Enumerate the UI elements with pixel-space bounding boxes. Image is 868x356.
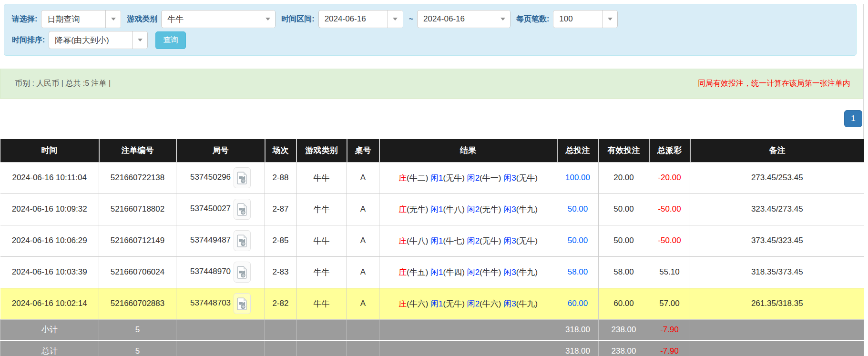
video-replay-button[interactable]	[234, 293, 251, 314]
total-bet-link[interactable]: 100.00	[565, 173, 590, 182]
result-player-label: 闲1	[430, 205, 443, 214]
video-replay-button[interactable]	[234, 262, 251, 283]
bet-records-table: 时间注单编号局号场次游戏类别桌号结果总投注有效投注总派彩备注 2024-06-1…	[0, 139, 864, 356]
time-sort-select[interactable]: 降幂(由大到小)	[49, 31, 148, 49]
page-size-label: 每页笔数:	[516, 14, 549, 24]
result-hand-value: (无牛)	[443, 299, 465, 308]
result-player-label: 闲3	[503, 205, 516, 214]
chevron-down-icon[interactable]	[260, 10, 275, 28]
result-hand-value: (无牛)	[480, 205, 501, 214]
result-cell: 庄(牛六) 闲1(无牛) 闲2(牛六) 闲3(牛九)	[379, 288, 557, 319]
date-to-select[interactable]: 2024-06-16	[417, 10, 511, 28]
table-id-cell: A	[347, 162, 379, 193]
pagination: 1	[0, 110, 862, 127]
table-id-cell: A	[347, 225, 379, 256]
total-bet-link[interactable]: 58.00	[568, 267, 588, 276]
payout-cell: -50.00	[649, 225, 690, 256]
date-from-select[interactable]: 2024-06-16	[318, 10, 403, 28]
valid-bet-cell: 20.00	[599, 162, 649, 193]
col-header-10: 备注	[690, 139, 864, 162]
round-id-cell: 537448703	[176, 288, 265, 319]
total-bet-link[interactable]: 50.00	[568, 236, 588, 245]
remark-cell: 318.35/373.45	[690, 256, 864, 288]
result-player-label: 闲2	[467, 268, 480, 277]
subtotal-row: 小计5318.00238.00-7.90	[0, 319, 864, 340]
col-header-6: 结果	[379, 139, 557, 162]
video-replay-button[interactable]	[234, 199, 251, 220]
search-button[interactable]: 查询	[155, 31, 186, 49]
result-player-label: 闲2	[467, 236, 480, 245]
session-cell: 2-83	[265, 256, 296, 288]
game-category-cell: 牛牛	[296, 288, 347, 319]
footer-empty-cell	[265, 340, 296, 356]
payout-cell: 55.10	[649, 256, 690, 288]
col-header-2: 局号	[176, 139, 265, 162]
summary-bar: 币别 : 人民币 | 总共 :5 注单 | 同局有效投注，统一计算在该局第一张注…	[0, 69, 863, 99]
chevron-down-icon[interactable]	[495, 10, 510, 28]
result-banker-label: 庄	[398, 205, 407, 214]
col-header-9: 总派彩	[649, 139, 690, 162]
col-header-0: 时间	[0, 139, 99, 162]
round-id-text: 537448970	[190, 267, 231, 276]
page-container: 请选择: 日期查询 游戏类别 牛牛 时间区间: 2024-06-16 ~ 202…	[0, 4, 864, 356]
chevron-down-icon[interactable]	[602, 10, 617, 28]
query-type-select[interactable]: 日期查询	[41, 10, 121, 28]
result-banker-label: 庄	[398, 236, 407, 245]
bet-time-cell: 2024-06-16 10:02:14	[0, 288, 99, 319]
result-hand-value: (牛一)	[480, 173, 501, 183]
chevron-down-icon[interactable]	[105, 10, 121, 28]
page-button-1[interactable]: 1	[844, 110, 862, 127]
payout-cell: -50.00	[649, 193, 690, 225]
round-id-text: 537450027	[190, 204, 231, 213]
total-bet-cell: 60.00	[557, 288, 599, 319]
col-header-1: 注单编号	[99, 139, 176, 162]
video-replay-icon	[237, 203, 247, 216]
result-player-label: 闲3	[503, 268, 516, 277]
footer-count-cell: 5	[99, 319, 176, 340]
valid-bet-cell: 50.00	[599, 225, 649, 256]
bet-time-cell: 2024-06-16 10:11:04	[0, 162, 99, 193]
result-player-label: 闲2	[467, 299, 480, 308]
total-bet-link[interactable]: 60.00	[568, 299, 588, 308]
result-hand-value: (无牛)	[480, 236, 501, 245]
result-cell: 庄(牛五) 闲1(牛四) 闲2(牛牛) 闲3(牛九)	[379, 256, 557, 288]
round-id-text: 537448703	[190, 298, 231, 307]
game-category-cell: 牛牛	[296, 162, 347, 193]
footer-empty-cell	[296, 340, 347, 356]
game-category-cell: 牛牛	[296, 256, 347, 288]
video-replay-icon	[237, 172, 247, 184]
remark-cell: 261.35/318.35	[690, 288, 864, 319]
col-header-8: 有效投注	[599, 139, 649, 162]
round-id-cell: 537449487	[176, 225, 265, 256]
footer-payout-cell: -7.90	[649, 340, 690, 356]
result-hand-value: (牛牛)	[480, 268, 501, 277]
table-row: 2024-06-16 10:02:14521660702883537448703…	[0, 288, 864, 319]
result-hand-value: (牛六)	[407, 299, 428, 308]
valid-bet-cell: 58.00	[599, 256, 649, 288]
page-size-select[interactable]: 100	[553, 10, 618, 28]
footer-valid-bet-cell: 238.00	[599, 319, 649, 340]
result-hand-value: (牛九)	[516, 205, 538, 214]
result-player-label: 闲1	[430, 173, 443, 183]
chevron-down-icon[interactable]	[132, 31, 147, 49]
result-player-label: 闲2	[467, 173, 480, 183]
result-hand-value: (牛八)	[407, 236, 428, 245]
video-replay-button[interactable]	[234, 167, 251, 188]
col-header-5: 桌号	[347, 139, 379, 162]
video-replay-button[interactable]	[234, 230, 251, 251]
game-category-select[interactable]: 牛牛	[161, 10, 276, 28]
total-bet-cell: 58.00	[557, 256, 599, 288]
table-id-cell: A	[347, 288, 379, 319]
total-row: 总计5318.00238.00-7.90	[0, 340, 864, 356]
bet-time-cell: 2024-06-16 10:03:39	[0, 256, 99, 288]
footer-total-bet-cell: 318.00	[557, 319, 599, 340]
round-id-text: 537449487	[190, 235, 231, 244]
table-row: 2024-06-16 10:09:32521660718802537450027…	[0, 193, 864, 225]
result-hand-value: (无牛)	[407, 205, 428, 214]
date-from-value: 2024-06-16	[319, 10, 388, 28]
chevron-down-icon[interactable]	[388, 10, 403, 28]
video-replay-icon	[237, 266, 247, 279]
total-bet-link[interactable]: 50.00	[568, 204, 588, 214]
result-player-label: 闲3	[503, 173, 516, 183]
result-hand-value: (牛五)	[407, 268, 428, 277]
